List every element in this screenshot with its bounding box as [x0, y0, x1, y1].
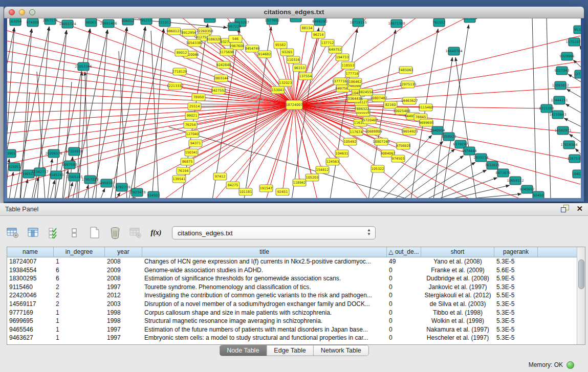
- graph-node[interactable]: 915051: [8, 163, 21, 171]
- cell-title[interactable]: Changes of HCN gene expression and I(f) …: [142, 257, 387, 266]
- graph-node[interactable]: 15720407: [361, 117, 378, 124]
- graph-node[interactable]: 89012: [175, 49, 188, 56]
- table-row[interactable]: 1456911722003Disruption of a novel membe…: [7, 300, 577, 309]
- column-header-in_degree[interactable]: in_degree: [54, 247, 105, 257]
- graph-node[interactable]: 13777169: [332, 78, 349, 85]
- column-header-short[interactable]: short: [421, 247, 494, 257]
- table-row[interactable]: 1938455462009Genome-wide association stu…: [7, 266, 577, 275]
- cell-in_degree[interactable]: 2: [54, 300, 105, 309]
- graph-node[interactable]: 8912954: [182, 29, 197, 36]
- cell-pagerank[interactable]: 5.3E-5: [494, 325, 538, 334]
- graph-node[interactable]: 8427552: [211, 87, 226, 94]
- window-titlebar[interactable]: citations_edges.txt: [4, 7, 584, 18]
- graph-hub-node[interactable]: 18724007: [286, 100, 302, 110]
- cell-in_degree[interactable]: 1: [54, 317, 105, 325]
- graph-node[interactable]: 88134: [300, 25, 314, 32]
- graph-node[interactable]: 10654112: [507, 177, 524, 185]
- graph-node[interactable]: 98065: [85, 18, 97, 27]
- cell-name[interactable]: 18724007: [7, 257, 54, 266]
- graph-node[interactable]: 194733: [336, 54, 349, 61]
- graph-node[interactable]: 18671388: [388, 19, 405, 28]
- graph-node[interactable]: 3824554: [359, 89, 374, 96]
- column-visibility-icon[interactable]: [26, 225, 41, 240]
- graph-node[interactable]: 14958107: [98, 179, 115, 187]
- table-row[interactable]: 946554611997Estimation of the future num…: [7, 325, 577, 334]
- graph-node[interactable]: 118553: [341, 62, 355, 69]
- cell-year[interactable]: 2008: [105, 257, 142, 266]
- graph-node[interactable]: 76254: [184, 121, 197, 128]
- graph-node[interactable]: 23364436: [345, 95, 362, 102]
- graph-node[interactable]: 7886322: [355, 105, 369, 113]
- column-header-name[interactable]: name: [7, 247, 54, 257]
- graph-node[interactable]: 99021: [185, 112, 199, 119]
- cell-pagerank[interactable]: 5.3E-5: [494, 309, 538, 317]
- row-height-icon[interactable]: [67, 225, 82, 240]
- graph-node[interactable]: 7485063: [399, 67, 413, 74]
- graph-node[interactable]: 10688809: [365, 128, 382, 135]
- cell-title[interactable]: Genome-wide association studies in ADHD.: [142, 266, 387, 275]
- cell-out_degree[interactable]: 0: [387, 300, 421, 309]
- graph-node[interactable]: 25514: [188, 103, 201, 110]
- cell-pagerank[interactable]: 5.5E-5: [494, 291, 538, 300]
- graph-node[interactable]: 186462: [349, 78, 362, 85]
- graph-node[interactable]: 14463627: [401, 97, 418, 104]
- cell-title[interactable]: Estimation of significance thresholds fo…: [142, 274, 387, 283]
- network-canvas[interactable]: 1630549748082057174140557249806520691406…: [7, 18, 581, 198]
- graph-node[interactable]: 16648784: [445, 47, 462, 55]
- graph-node[interactable]: 914682: [258, 51, 271, 58]
- cell-year[interactable]: 2009: [105, 266, 142, 275]
- graph-node[interactable]: 10807487: [370, 95, 387, 102]
- graph-node[interactable]: 974808: [27, 18, 39, 27]
- graph-node[interactable]: 191547: [259, 185, 273, 192]
- cell-year[interactable]: 1998: [105, 317, 142, 325]
- graph-node[interactable]: 105203: [306, 174, 319, 181]
- cell-in_degree[interactable]: 1: [54, 257, 105, 266]
- graph-node[interactable]: 8186328: [207, 36, 222, 43]
- graph-node[interactable]: 177716: [345, 70, 359, 77]
- cell-in_degree[interactable]: 2: [54, 283, 105, 292]
- graph-node[interactable]: 2935114: [474, 154, 489, 162]
- cell-short[interactable]: Stergiakouli et al. (2012): [421, 291, 494, 300]
- graph-node[interactable]: 153041: [271, 86, 285, 94]
- new-table-icon[interactable]: [87, 225, 102, 240]
- cell-short[interactable]: Hescheler et al. (1997): [421, 334, 494, 342]
- graph-node[interactable]: 9115460: [419, 104, 433, 111]
- graph-node[interactable]: 78950: [192, 94, 205, 101]
- tab-node-table[interactable]: Node Table: [220, 345, 267, 356]
- graph-node[interactable]: 9227343: [555, 67, 570, 75]
- graph-node[interactable]: 93265: [280, 49, 294, 56]
- graph-node[interactable]: 139541: [172, 176, 186, 183]
- cell-out_degree[interactable]: 0: [387, 291, 421, 300]
- graph-node[interactable]: 9329966: [560, 52, 575, 60]
- graph-node[interactable]: 124563: [326, 158, 339, 165]
- cell-pagerank[interactable]: 5.3E-5: [494, 334, 538, 342]
- network-window[interactable]: citations_edges.txt 16305497480820571741…: [4, 7, 584, 202]
- graph-node[interactable]: 163054: [9, 18, 22, 26]
- graph-node[interactable]: 924503: [147, 191, 160, 198]
- graph-node[interactable]: 20206576: [45, 149, 62, 158]
- cell-title[interactable]: Structural magnetic resonance image aver…: [142, 317, 387, 325]
- graph-node[interactable]: 12975135: [399, 81, 416, 88]
- graph-node[interactable]: 6466160: [313, 18, 328, 26]
- cell-name[interactable]: 9115460: [7, 283, 54, 292]
- graph-node[interactable]: 8813024: [463, 18, 477, 23]
- graph-node[interactable]: 1145193: [49, 171, 64, 179]
- graph-node[interactable]: 92450: [533, 191, 544, 198]
- graph-node[interactable]: 117674: [350, 128, 363, 136]
- graph-node[interactable]: 19654923: [401, 128, 418, 135]
- tab-network-table[interactable]: Network Table: [314, 345, 368, 356]
- graph-node[interactable]: 10719155: [350, 18, 366, 27]
- graph-node[interactable]: 84275: [226, 182, 239, 189]
- graph-node[interactable]: 95582: [274, 41, 287, 49]
- cell-pagerank[interactable]: 5.6E-5: [494, 266, 538, 275]
- graph-node[interactable]: 137712: [321, 39, 334, 47]
- graph-node[interactable]: 154812: [316, 166, 329, 173]
- table-panel-titlebar[interactable]: Table Panel ✕: [0, 203, 588, 216]
- graph-node[interactable]: 1167533: [568, 155, 581, 163]
- graph-node[interactable]: 21053346: [75, 62, 92, 71]
- close-panel-icon[interactable]: ✕: [576, 205, 583, 212]
- delete-table-icon[interactable]: [107, 225, 123, 240]
- graph-node[interactable]: 7957224: [227, 23, 242, 31]
- graph-node[interactable]: 17016504: [560, 141, 577, 149]
- cell-name[interactable]: 9699695: [7, 317, 54, 325]
